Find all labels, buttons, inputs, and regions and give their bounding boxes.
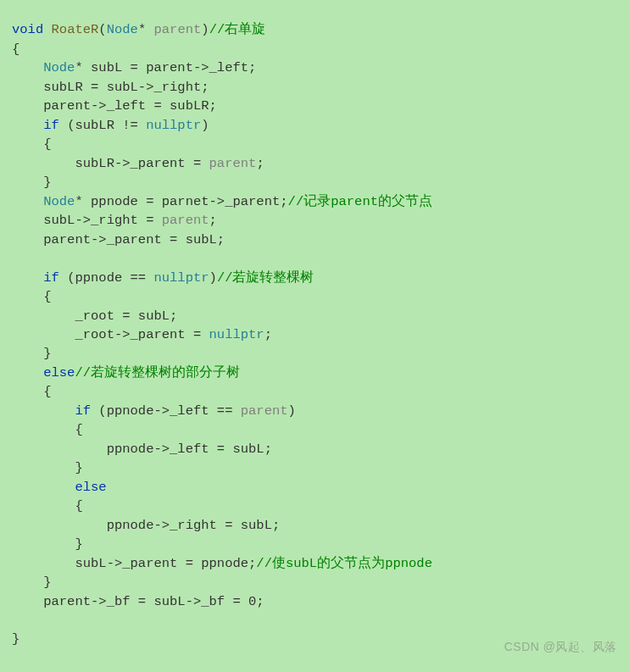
semi: ; (209, 213, 217, 228)
paren: ) (288, 403, 296, 419)
keyword-void: void (12, 22, 43, 37)
code-text: subLR->_parent = (75, 156, 209, 171)
keyword-if: if (75, 403, 91, 419)
code-text: ppnode->_right = subL; (107, 518, 281, 533)
code-text: (subLR != (59, 118, 146, 133)
code-text: _root->_parent = (75, 327, 209, 342)
brace: } (75, 536, 82, 552)
brace: { (75, 422, 82, 437)
brace: } (43, 175, 51, 190)
brace: { (43, 289, 51, 304)
param-ref: parent (241, 403, 288, 419)
function-name: RoateR (52, 22, 99, 37)
brace: { (43, 384, 51, 399)
brace: { (75, 498, 82, 514)
code-text: subL->_parent = ppnode; (75, 556, 256, 571)
param-ref: parent (209, 156, 257, 171)
type-node: Node (43, 194, 75, 209)
semi: ; (264, 327, 272, 342)
brace: } (75, 460, 82, 475)
comment: //若旋转整棵树的部分子树 (75, 365, 240, 380)
watermark-text: CSDN @风起、风落 (504, 638, 617, 655)
code-text: (ppnode->_left == (91, 403, 241, 419)
nullptr: nullptr (209, 327, 264, 342)
comment: //使subL的父节点为ppnode (256, 556, 432, 571)
code-text: _root = subL; (75, 308, 177, 324)
type-node: Node (43, 60, 75, 75)
code-text: (ppnode == (59, 270, 154, 286)
param-parent: parent (154, 22, 202, 37)
comment: //记录parent的父节点 (288, 194, 432, 209)
brace-open: { (12, 42, 19, 57)
type-node: Node (107, 22, 138, 37)
comment: //右单旋 (209, 22, 266, 37)
brace-close: } (12, 631, 19, 647)
keyword-else: else (43, 365, 75, 380)
semi: ; (256, 156, 264, 171)
comment: //若旋转整棵树 (217, 270, 314, 286)
code-text: * ppnode = parnet->_parent; (75, 194, 287, 209)
star: * (138, 22, 146, 37)
code-text: ppnode->_left = subL; (107, 442, 272, 457)
code-block: void RoateR(Node* parent)//右单旋 { Node* s… (0, 0, 629, 651)
paren: ) (209, 270, 217, 286)
brace: } (43, 346, 51, 361)
paren: ) (201, 118, 209, 133)
brace: { (43, 136, 51, 152)
nullptr: nullptr (153, 270, 209, 286)
keyword-if: if (43, 118, 59, 133)
code-text: * subL = parent->_left; (75, 60, 256, 75)
code-text: parent->_left = subLR; (43, 98, 217, 114)
brace: } (43, 575, 51, 590)
code-text: parent->_bf = subL->_bf = 0; (43, 594, 264, 609)
code-text: subL->_right = (43, 213, 162, 228)
code-text: parent->_parent = subL; (43, 232, 225, 247)
nullptr: nullptr (146, 118, 201, 133)
param-ref: parent (162, 213, 209, 228)
keyword-else: else (75, 480, 106, 495)
keyword-if: if (43, 270, 59, 286)
code-text: subLR = subL->_right; (43, 80, 209, 95)
